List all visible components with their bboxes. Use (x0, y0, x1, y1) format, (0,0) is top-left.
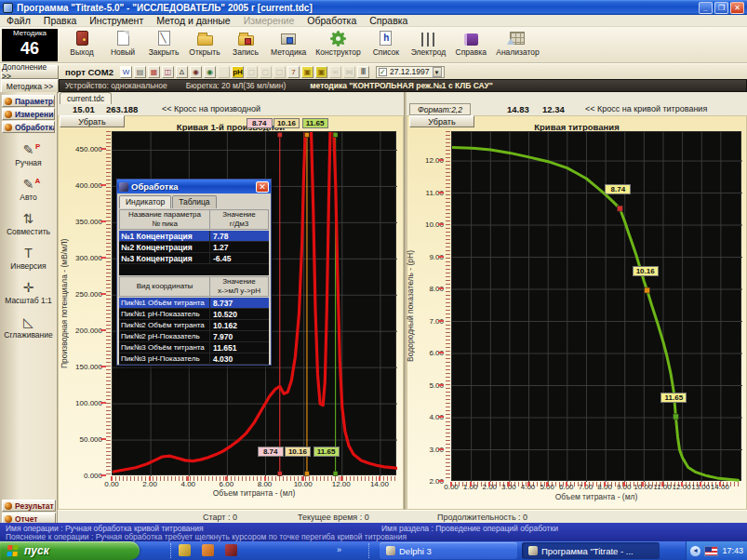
x-tick-label: 6.00 (212, 480, 240, 488)
y-tick-label: 250.000 (65, 290, 102, 299)
y-tick-mark (438, 192, 444, 193)
marker-badge: 8.74 (258, 447, 284, 457)
x-tick-mark (700, 482, 701, 487)
marker-badge: 8.74 (605, 184, 631, 194)
table-row[interactable]: Пик№2 pH-Показатель 7.970 (119, 331, 269, 342)
taskbar: пуск » Delphi 3Программа "Titrate - ... … (0, 541, 747, 560)
table-row[interactable]: Пик№1 Объём титранта 8.737 (119, 298, 269, 309)
y-tick-mark (438, 287, 444, 289)
marker-badge: 11.65 (660, 393, 687, 403)
x-tick-label: 0.00 (98, 480, 126, 488)
y-tick-mark (438, 223, 444, 225)
x-tick-mark (566, 482, 567, 487)
y-tick-label: 0.000 (65, 472, 102, 480)
x-tick-label: 2.00 (136, 480, 164, 488)
x-tick-mark (470, 482, 472, 487)
table-row[interactable]: №2 Концентрация 1.27 (119, 242, 269, 253)
y-tick-mark (438, 256, 444, 258)
keyboard-layout-flag-icon[interactable] (704, 546, 719, 556)
tab-table[interactable]: Таблица (172, 195, 216, 208)
y-tick-mark (438, 320, 444, 322)
x-tick-mark (225, 476, 227, 481)
x-tick-mark (584, 482, 586, 487)
windows-logo-icon (7, 545, 19, 556)
dialog-tabs: Индикатор Таблица (117, 193, 271, 208)
quick-launch-icon-3[interactable] (225, 544, 237, 556)
y-tick-mark (100, 184, 106, 186)
taskbar-separator (170, 543, 171, 558)
tray-clock: 17:43 (722, 546, 743, 555)
table-row[interactable]: №3 Концентрация -6.45 (119, 253, 269, 264)
quick-launch-icon-2[interactable] (202, 544, 214, 556)
task-titrate-label: Программа "Titrate - ... (541, 546, 634, 556)
table-row[interactable]: №1 Концентрация 7.78 (119, 231, 269, 242)
y-tick-mark (438, 448, 444, 450)
marker-badge: 11.65 (313, 447, 340, 457)
quick-launch-overflow-icon[interactable]: » (337, 545, 341, 554)
x-tick-mark (264, 476, 266, 481)
table-row[interactable]: Пик№3 pH-Показатель 4.030 (119, 353, 269, 365)
task-delphi-icon (386, 546, 395, 555)
col-units: г/Дм3 (210, 220, 268, 229)
x-tick-mark (719, 482, 721, 487)
col-value2: Значение (210, 277, 268, 287)
tray-collapse-icon[interactable]: ◂ (690, 546, 700, 556)
task-delphi[interactable]: Delphi 3 (380, 542, 517, 559)
tab-indicator[interactable]: Индикатор (119, 195, 171, 208)
task-titrate-icon (528, 546, 538, 555)
empty-row (119, 264, 269, 275)
table-row[interactable]: Пик№2 Объём титранта 10.162 (119, 320, 269, 331)
task-delphi-label: Delphi 3 (399, 546, 432, 556)
dialog-close-icon[interactable]: ✕ (256, 181, 269, 193)
y-tick-label: 100.000 (65, 399, 102, 407)
y-tick-mark (438, 159, 444, 161)
marker-badge: 10.16 (273, 118, 300, 128)
x-tick-label: 14.00 (366, 480, 394, 488)
task-buttons: Delphi 3Программа "Titrate - ... (380, 542, 660, 559)
y-tick-label: 400.000 (65, 181, 102, 190)
dialog-title-bar[interactable]: Обработка ✕ (117, 180, 271, 193)
start-button[interactable]: пуск (0, 541, 140, 560)
x-tick-mark (527, 482, 529, 487)
remove-button-left[interactable]: Убрать (60, 115, 125, 127)
x-tick-mark (340, 476, 342, 481)
y-tick-mark (100, 402, 106, 404)
x-tick-mark (450, 482, 452, 487)
col-value: Значение (210, 210, 268, 220)
col-peak-number: № пика (120, 220, 209, 229)
x-tick-mark (111, 476, 113, 481)
dialog-title: Обработка (131, 181, 253, 192)
y-tick-mark (438, 384, 444, 386)
taskbar-separator-2 (368, 543, 369, 558)
y-tick-mark (438, 480, 444, 482)
y-tick-label: 300.000 (65, 254, 102, 262)
y-tick-label: 150.000 (65, 363, 102, 371)
x-tick-label: 10.00 (289, 480, 317, 488)
col-coordinate-kind: Вид координаты (120, 277, 210, 296)
y-tick-mark (100, 438, 106, 440)
table-row[interactable]: Пик№3 Объём титранта 11.651 (119, 342, 269, 353)
y-tick-mark (438, 416, 444, 418)
task-titrate[interactable]: Программа "Titrate - ... (522, 542, 660, 559)
titration-chart-plot[interactable] (451, 131, 741, 481)
quick-launch-icon-1[interactable] (179, 544, 191, 556)
x-tick-mark (488, 482, 490, 487)
system-tray: ◂ 17:43 (686, 541, 747, 560)
y-tick-mark (100, 474, 106, 476)
x-tick-mark (681, 482, 683, 487)
x-tick-label: 4.00 (174, 480, 202, 488)
y-tick-label: 350.000 (65, 218, 102, 226)
dialog-icon (119, 182, 128, 192)
marker-badge: 8.74 (247, 118, 273, 128)
y-tick-mark (100, 366, 106, 367)
x-tick-mark (661, 482, 663, 487)
y-tick-mark (100, 148, 106, 150)
x-tick-mark (302, 476, 304, 481)
remove-button-right[interactable]: Убрать (409, 115, 474, 127)
col-units2: x->мЛ y->pH (210, 287, 268, 296)
y-tick-mark (100, 293, 106, 295)
x-tick-mark (149, 476, 151, 481)
y-tick-mark (100, 329, 106, 331)
y-tick-label: 200.000 (65, 327, 102, 335)
table-row[interactable]: Пик№1 pH-Показатель 10.520 (119, 309, 269, 320)
